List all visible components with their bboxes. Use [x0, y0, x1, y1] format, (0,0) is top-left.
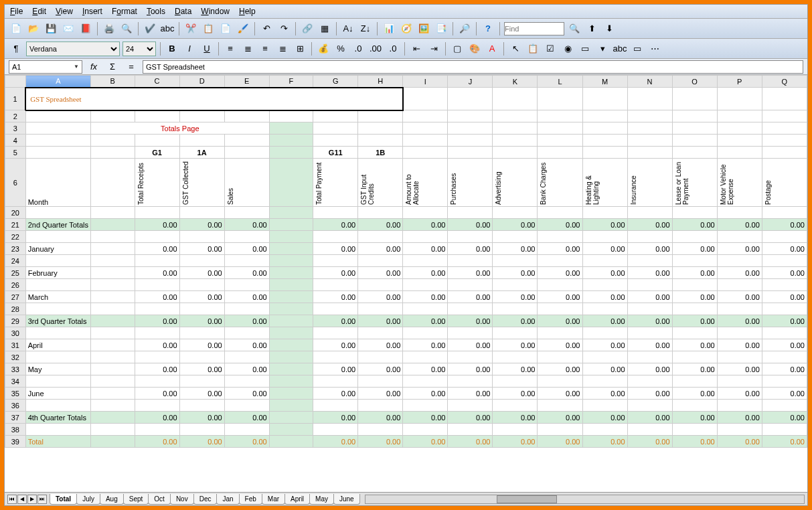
cell[interactable]	[135, 231, 179, 243]
cell[interactable]	[135, 207, 179, 219]
cell[interactable]	[135, 279, 179, 291]
formula-input[interactable]	[143, 60, 803, 74]
value-cell[interactable]: 0.00	[762, 315, 807, 327]
value-cell[interactable]: 0.00	[672, 436, 717, 448]
col-header-P[interactable]: P	[717, 76, 762, 88]
value-cell[interactable]: 0.00	[627, 219, 672, 231]
row-header-3[interactable]: 3	[5, 122, 26, 135]
cell[interactable]	[313, 375, 358, 388]
cell[interactable]	[672, 375, 717, 388]
value-cell[interactable]: 0.00	[762, 339, 807, 351]
add-decimal-icon[interactable]: .00	[368, 41, 383, 56]
menu-help[interactable]: Help	[239, 7, 256, 16]
value-cell[interactable]: 0.00	[627, 339, 672, 351]
merge-icon[interactable]: ⊞	[293, 41, 307, 56]
row-header-36[interactable]: 36	[5, 400, 26, 412]
cell[interactable]	[25, 351, 90, 363]
value-cell[interactable]: 0.00	[448, 388, 493, 400]
cell[interactable]	[717, 375, 762, 388]
italic-icon[interactable]: I	[182, 41, 197, 56]
value-cell[interactable]: 0.00	[448, 363, 493, 375]
value-cell[interactable]: 0.00	[538, 267, 582, 279]
cell[interactable]	[762, 88, 807, 110]
tab-next-icon[interactable]: ▶	[27, 495, 37, 504]
cell[interactable]	[717, 327, 762, 339]
value-cell[interactable]: 0.00	[224, 315, 269, 327]
value-cell[interactable]: 0.00	[358, 412, 403, 424]
cell[interactable]	[358, 303, 403, 315]
bold-icon[interactable]: B	[165, 41, 179, 56]
cell[interactable]	[403, 303, 448, 315]
cell[interactable]	[313, 351, 358, 363]
indent-inc-icon[interactable]: ⇥	[426, 41, 441, 56]
value-cell[interactable]: 0.00	[582, 219, 627, 231]
row-header-26[interactable]: 26	[5, 279, 26, 291]
cell[interactable]	[269, 327, 313, 339]
value-cell[interactable]: 0.00	[448, 436, 493, 448]
value-cell[interactable]: 0.00	[717, 363, 762, 375]
value-cell[interactable]: 0.00	[717, 243, 762, 255]
cell[interactable]	[627, 279, 672, 291]
col-header-J[interactable]: J	[448, 76, 493, 88]
col-header-H[interactable]: H	[358, 76, 403, 88]
cell[interactable]	[582, 303, 627, 315]
value-cell[interactable]: 0.00	[717, 388, 762, 400]
find-down-icon[interactable]: ⬇	[602, 21, 617, 36]
value-cell[interactable]: 0.00	[493, 436, 538, 448]
value-cell[interactable]: 0.00	[627, 243, 672, 255]
value-cell[interactable]: 0.00	[717, 339, 762, 351]
cell[interactable]	[493, 351, 538, 363]
cell[interactable]	[179, 327, 224, 339]
cell[interactable]	[493, 231, 538, 243]
cell[interactable]	[538, 88, 582, 110]
equals-icon[interactable]: =	[124, 60, 139, 74]
sheet-tab-april[interactable]: April	[285, 494, 310, 505]
value-cell[interactable]: 0.00	[762, 243, 807, 255]
cell[interactable]	[493, 400, 538, 412]
cell[interactable]	[358, 375, 403, 388]
value-cell[interactable]: 0.00	[135, 339, 179, 351]
value-cell[interactable]: 0.00	[582, 267, 627, 279]
font-select[interactable]: Verdana	[26, 41, 120, 56]
cell[interactable]	[269, 207, 313, 219]
cell[interactable]	[717, 424, 762, 436]
row-header-21[interactable]: 21	[5, 219, 26, 231]
value-cell[interactable]: 0.00	[313, 339, 358, 351]
sheet-tab-may[interactable]: May	[309, 494, 334, 505]
cell[interactable]	[448, 88, 493, 110]
value-cell[interactable]: 0.00	[135, 315, 179, 327]
sort-asc-icon[interactable]: A↓	[341, 21, 355, 36]
cell[interactable]	[224, 400, 269, 412]
cell[interactable]	[224, 110, 269, 122]
value-cell[interactable]: 0.00	[538, 436, 582, 448]
row-header-6[interactable]: 6	[5, 159, 26, 207]
cell[interactable]	[627, 303, 672, 315]
align-center-icon[interactable]: ≣	[240, 41, 255, 56]
value-cell[interactable]: 0.00	[582, 315, 627, 327]
value-cell[interactable]: 0.00	[762, 388, 807, 400]
cell[interactable]	[493, 255, 538, 267]
row-header-29[interactable]: 29	[5, 315, 26, 327]
value-cell[interactable]: 0.00	[627, 363, 672, 375]
value-cell[interactable]: 0.00	[493, 412, 538, 424]
cell[interactable]	[493, 424, 538, 436]
form-icon[interactable]: 📋	[525, 41, 540, 56]
paste-icon[interactable]: 📄	[218, 21, 233, 36]
value-cell[interactable]: 0.00	[358, 219, 403, 231]
cell[interactable]	[672, 110, 717, 122]
value-cell[interactable]: 0.00	[313, 412, 358, 424]
sheet-tab-dec[interactable]: Dec	[193, 494, 218, 505]
row-header-30[interactable]: 30	[5, 327, 26, 339]
cell[interactable]	[538, 207, 582, 219]
value-cell[interactable]: 0.00	[403, 388, 448, 400]
col-header-N[interactable]: N	[627, 76, 672, 88]
value-cell[interactable]: 0.00	[582, 388, 627, 400]
cell[interactable]	[224, 255, 269, 267]
value-cell[interactable]: 0.00	[224, 339, 269, 351]
sheet-tab-total[interactable]: Total	[50, 494, 77, 505]
cell[interactable]	[25, 375, 90, 388]
row-label[interactable]: 4th Quarter Totals	[25, 412, 90, 424]
link-icon[interactable]: 🔗	[300, 21, 315, 36]
cell[interactable]	[179, 303, 224, 315]
value-cell[interactable]: 0.00	[582, 412, 627, 424]
